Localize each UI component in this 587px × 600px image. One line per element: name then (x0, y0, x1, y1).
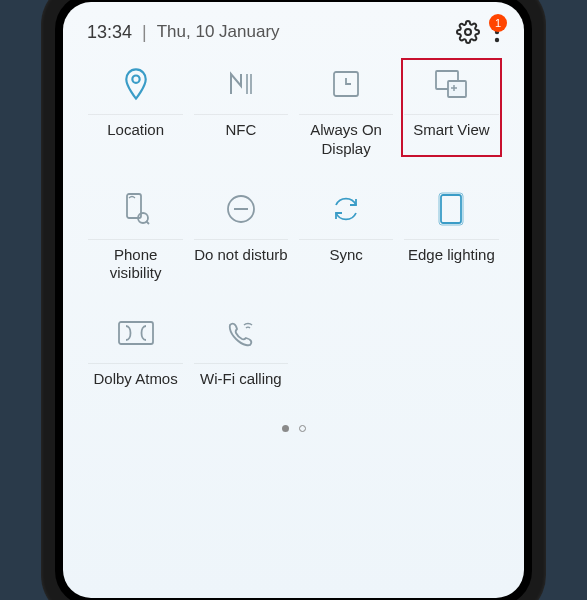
tile-label: Phone visibility (88, 239, 183, 284)
svg-rect-14 (439, 193, 463, 225)
nfc-icon (225, 68, 257, 100)
gear-icon (456, 20, 480, 44)
svg-point-0 (465, 29, 471, 35)
page-indicator[interactable] (63, 425, 524, 432)
tile-do-not-disturb[interactable]: Do not disturb (188, 187, 293, 284)
svg-rect-15 (119, 322, 153, 344)
notification-badge: 1 (489, 14, 507, 32)
tile-label: Always On Display (299, 114, 394, 159)
dnd-icon (225, 193, 257, 225)
status-bar: 13:34 | Thu, 10 January (63, 2, 524, 54)
dolby-icon (116, 319, 156, 347)
status-date: Thu, 10 January (157, 22, 280, 42)
svg-line-10 (146, 221, 149, 224)
tile-always-on-display[interactable]: Always On Display (294, 62, 399, 159)
tile-nfc[interactable]: NFC (188, 62, 293, 159)
tile-label: Do not disturb (194, 239, 289, 277)
sync-icon (330, 193, 362, 225)
tile-label: Sync (299, 239, 394, 277)
phone-visibility-icon (121, 192, 151, 226)
tile-smart-view[interactable]: Smart View (399, 56, 504, 159)
svg-rect-13 (441, 195, 461, 223)
quick-settings-grid: Location NFC (63, 54, 524, 401)
divider: | (142, 22, 147, 43)
pager-dot-2 (299, 425, 306, 432)
more-options-button[interactable]: 1 (494, 21, 500, 43)
tile-phone-visibility[interactable]: Phone visibility (83, 187, 188, 284)
tile-label: Location (88, 114, 183, 152)
tile-label: Smart View (404, 114, 499, 152)
edge-lighting-icon (437, 192, 465, 226)
pager-dot-1 (282, 425, 289, 432)
status-left: 13:34 | Thu, 10 January (87, 22, 280, 43)
tile-label: Edge lighting (404, 239, 499, 277)
tile-location[interactable]: Location (83, 62, 188, 159)
wifi-calling-icon (224, 317, 258, 349)
tile-label: Wi-Fi calling (194, 363, 289, 401)
tile-dolby-atmos[interactable]: Dolby Atmos (83, 311, 188, 401)
svg-point-3 (495, 38, 499, 42)
location-pin-icon (121, 67, 151, 101)
smart-view-icon (434, 69, 468, 99)
tile-label: NFC (194, 114, 289, 152)
svg-point-4 (132, 76, 139, 83)
clock-square-icon (331, 69, 361, 99)
clock-time: 13:34 (87, 22, 132, 43)
tile-label: Dolby Atmos (88, 363, 183, 401)
status-right: 1 (456, 20, 500, 44)
settings-button[interactable] (456, 20, 480, 44)
svg-rect-7 (448, 81, 466, 97)
tile-sync[interactable]: Sync (294, 187, 399, 284)
tile-wifi-calling[interactable]: Wi-Fi calling (188, 311, 293, 401)
tile-edge-lighting[interactable]: Edge lighting (399, 187, 504, 284)
quick-settings-panel: 13:34 | Thu, 10 January (63, 2, 524, 598)
